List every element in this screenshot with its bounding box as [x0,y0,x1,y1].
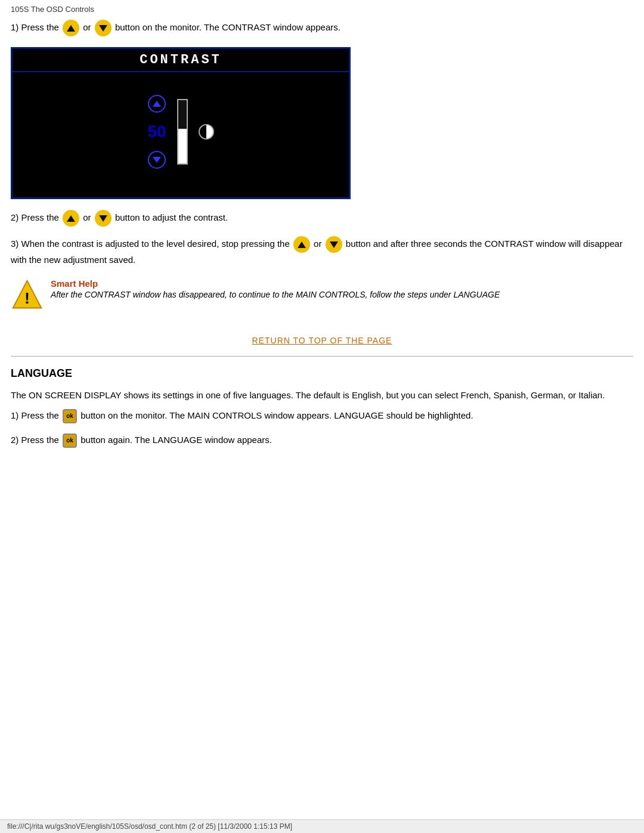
triangle-up-icon-2[interactable] [63,210,79,227]
section-divider [11,356,633,357]
language-section: LANGUAGE The ON SCREEN DISPLAY shows its… [11,367,633,448]
contrast-title: CONTRAST [140,52,222,67]
ok-button-icon-1[interactable]: ok [63,409,77,423]
contrast-title-bar: CONTRAST [13,49,349,72]
osd-up-arrow [148,95,166,113]
step2-text-start: 2) Press the [11,212,59,222]
language-step2: 2) Press the ok button again. The LANGUA… [11,433,633,448]
svg-text:!: ! [24,290,30,306]
osd-down-arrow [148,151,166,169]
contrast-half-circle-icon [199,124,214,140]
triangle-down-icon-2[interactable] [95,210,112,227]
triangle-down-icon-3[interactable] [326,236,342,253]
contrast-inner: 50 [147,95,213,169]
contrast-controls: 50 [147,95,166,169]
language-heading: LANGUAGE [11,367,633,380]
contrast-step2: 2) Press the or button to adjust the con… [11,210,633,227]
ok-button-icon-2[interactable]: ok [63,433,77,448]
lang-step1-start: 1) Press the [11,410,59,420]
step1-text-start: 1) Press the [11,22,59,32]
triangle-up-icon-3[interactable] [293,236,310,253]
contrast-body: 50 [13,72,349,197]
contrast-value: 50 [147,122,166,141]
step2-or: or [83,212,91,222]
step1-text-end: button on the monitor. The CONTRAST wind… [115,22,340,32]
step2-text-end: button to adjust the contrast. [115,212,228,222]
contrast-step1: 1) Press the or button on the monitor. T… [11,20,633,36]
page-title: 105S The OSD Controls [11,5,633,14]
return-link-container: RETURN TO TOP OF THE PAGE [11,335,633,345]
step1-or: or [83,22,91,32]
smart-help-block: ! Smart Help After the CONTRAST window h… [11,278,633,311]
contrast-step3: 3) When the contrast is adjusted to the … [11,236,633,268]
warning-triangle-icon: ! [11,278,44,311]
lang-step2-start: 2) Press the [11,435,59,445]
contrast-bar [177,99,188,165]
triangle-up-icon-1[interactable] [63,20,79,36]
smart-help-italic-text: After the CONTRAST window has disappeare… [51,289,500,301]
language-intro: The ON SCREEN DISPLAY shows its settings… [11,388,633,402]
contrast-bar-group [177,99,214,165]
return-to-top-link[interactable]: RETURN TO TOP OF THE PAGE [252,336,392,345]
smart-help-label: Smart Help [51,278,500,289]
contrast-bar-fill [178,129,187,163]
lang-step1-end: button on the monitor. The MAIN CONTROLS… [80,410,473,420]
lang-step2-end: button again. The LANGUAGE window appear… [80,435,272,445]
step3-or: or [314,239,321,249]
language-step1: 1) Press the ok button on the monitor. T… [11,408,633,423]
smart-help-text-block: Smart Help After the CONTRAST window has… [51,278,500,301]
contrast-window: CONTRAST 50 [11,47,351,199]
triangle-down-icon-1[interactable] [95,20,112,36]
page-wrapper: 105S The OSD Controls 1) Press the or bu… [0,0,644,481]
step3-text-start: 3) When the contrast is adjusted to the … [11,239,290,249]
